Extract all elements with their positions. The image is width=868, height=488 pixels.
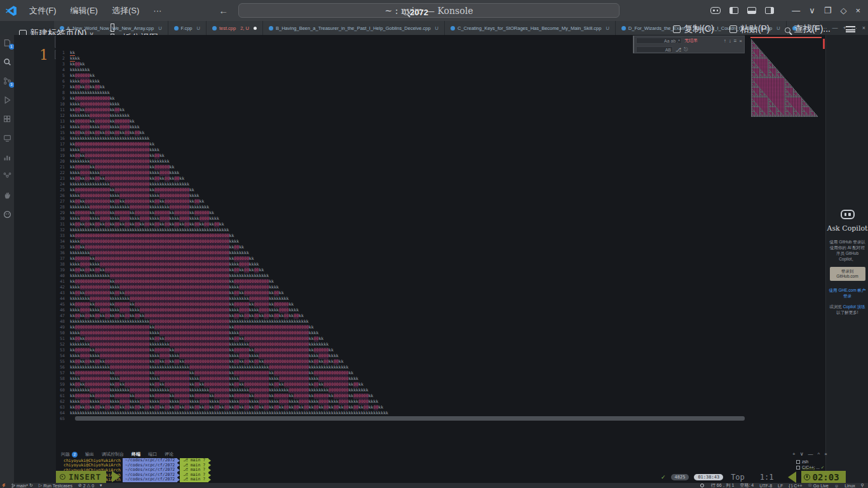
cursor-position-item[interactable]: 行 66，列 1 <box>711 482 735 488</box>
horizontal-scrollbar[interactable] <box>75 416 745 421</box>
git-branch-item[interactable]: main* ↻ <box>11 483 33 488</box>
editor-token: 00 <box>219 365 224 370</box>
replace-input[interactable]: AB <box>636 46 673 53</box>
hand-tool-icon[interactable] <box>3 191 11 200</box>
terminal-list-item[interactable]: zsh <box>796 459 824 464</box>
eol-item[interactable]: LF <box>778 484 783 488</box>
ports-icon[interactable] <box>3 172 11 180</box>
editor-tab[interactable]: test.cpp2, U <box>207 21 263 35</box>
find-button[interactable]: 查找(F)... <box>785 24 831 35</box>
find-input[interactable]: Aa ab .* <box>636 37 682 44</box>
walkthrough-link[interactable]: Copilot 演练 <box>843 304 865 309</box>
maximize-diamond-icon[interactable]: ◇ <box>840 6 846 15</box>
editor-token: kk <box>119 313 125 319</box>
panel-tab-调试控制台[interactable]: 调试控制台 <box>102 451 124 458</box>
editor-token: 00 <box>323 348 329 353</box>
panel-tab-问题[interactable]: 问题2 <box>61 451 78 458</box>
editor-token: 00 <box>105 107 110 113</box>
replace-all-icon[interactable]: ⎋ <box>684 46 688 53</box>
editor-token: 00 <box>179 382 184 388</box>
run-testcases-item[interactable]: ▷Run Testcases <box>39 483 72 488</box>
minimize-button[interactable]: — <box>792 6 800 15</box>
editor-tab[interactable]: B_Having_Been_a_Treasurer_in_the_Past_I_… <box>263 21 445 35</box>
remote-indicator-icon[interactable] <box>2 484 6 488</box>
editor-token: 00 <box>214 365 219 370</box>
ghe-signin-link[interactable]: 使用 GHE.com 帐户登录 <box>826 287 868 299</box>
close-panel-icon[interactable]: × <box>824 451 827 457</box>
bell-icon[interactable]: ⚲ <box>861 483 864 488</box>
next-match-icon[interactable]: ↓ <box>729 38 731 44</box>
editor-token: 00 <box>209 348 214 353</box>
editor-token: 00 <box>264 336 269 342</box>
copy-button[interactable]: 复制(C) <box>673 24 714 35</box>
explorer-icon[interactable]: 1 <box>3 39 11 47</box>
encoding-item[interactable]: UTF-8 <box>759 484 772 488</box>
indentation-item[interactable]: 空格: 4 <box>740 482 754 488</box>
remote-explorer-icon[interactable] <box>3 134 11 142</box>
line-number: 19 <box>56 153 70 159</box>
editor-token: kk <box>80 313 85 319</box>
paste-button[interactable]: 粘贴(P) <box>729 24 770 35</box>
close-button[interactable]: × <box>855 6 860 15</box>
editor-token: kk <box>318 388 323 393</box>
panel-tab-输出[interactable]: 输出 <box>85 451 94 458</box>
source-control-icon[interactable]: 3 <box>3 77 11 85</box>
run-debug-icon[interactable] <box>3 96 11 104</box>
editor-token: 00 <box>323 353 329 359</box>
editor-token: kk <box>80 67 85 73</box>
copilot-status-icon[interactable]: ☺ <box>834 484 839 488</box>
command-center[interactable]: ~ : nvim — Konsole 2072 <box>238 3 620 18</box>
editor-token: kk <box>100 273 105 279</box>
editor-tab[interactable]: F.cppU <box>168 21 207 35</box>
editor-line: 35kk 00 kk 00 00 00 00 00 00 00 00 00 00… <box>56 245 388 250</box>
panel-tab-终端[interactable]: 终端 <box>132 451 140 458</box>
hamburger-menu-icon[interactable] <box>846 26 855 32</box>
minimap[interactable] <box>750 39 822 119</box>
editor-tab[interactable]: C_Creating_Keys_for_StORages_Has_Become_… <box>445 21 616 35</box>
zoom-icon[interactable] <box>700 484 704 487</box>
prev-match-icon[interactable]: ↑ <box>724 38 726 44</box>
extensions-icon[interactable] <box>3 115 11 123</box>
editor-token: 00 <box>105 159 110 165</box>
test-beaker-icon[interactable]: ▾ <box>100 483 102 488</box>
chevron-down-icon[interactable]: ∨ <box>809 6 815 15</box>
copilot-icon[interactable] <box>710 7 721 14</box>
language-item[interactable]: { }C++ <box>789 484 802 488</box>
remote-os-item[interactable]: Linux <box>844 484 855 488</box>
menu-more[interactable]: ··· <box>146 6 168 15</box>
editor-token: kk <box>159 388 165 393</box>
editor-token: kk <box>149 388 154 393</box>
new-terminal-icon[interactable]: + <box>792 451 796 457</box>
menu-file[interactable]: 文件(F) <box>22 5 64 17</box>
layout-panel-icon[interactable] <box>747 7 756 14</box>
menu-edit[interactable]: 编辑(E) <box>64 5 105 17</box>
panel-tab-端口[interactable]: 端口 <box>148 451 157 458</box>
close-group-icon[interactable]: × <box>862 25 865 31</box>
editor-token: 00 <box>249 330 254 336</box>
go-live-item[interactable]: ☉Go Live <box>808 483 829 488</box>
chevron-down-icon[interactable]: ∨ <box>800 451 804 457</box>
editor-line: 22kk kk 00 00 kk kk 00 00 00 00 00 00 00… <box>56 170 388 176</box>
nvim-buffer[interactable]: 1kk2kk kk3kk 00 kk4kk kk kk kk5kk 00 00 … <box>56 35 825 451</box>
editor-token: 00 <box>144 205 149 210</box>
menu-selection[interactable]: 选择(S) <box>105 5 146 17</box>
editor-token: 00 <box>85 308 90 313</box>
chart-view-icon[interactable] <box>3 153 11 161</box>
panel-tab-评论[interactable]: 评论 <box>165 451 173 458</box>
github-icon[interactable] <box>3 210 11 219</box>
search-view-icon[interactable] <box>3 58 11 66</box>
editor-token: 00 <box>105 142 110 147</box>
editor-token: kk <box>135 319 140 325</box>
layout-sidebar-icon[interactable] <box>729 7 738 14</box>
layout-secondary-icon[interactable] <box>765 7 774 14</box>
replace-one-icon[interactable]: ⎇ <box>675 47 681 53</box>
problems-item[interactable]: ⊘2 △0 <box>78 483 94 488</box>
nav-back-icon[interactable]: ← <box>213 5 234 16</box>
editor-token: 00 <box>170 245 175 250</box>
find-in-selection-icon[interactable]: ≡ <box>734 38 737 44</box>
close-icon[interactable]: × <box>739 38 742 44</box>
github-signin-button[interactable]: 登录到 GitHub.com <box>830 267 865 281</box>
maximize-panel-icon[interactable]: ^ <box>818 451 820 457</box>
editor-token: kk <box>174 182 179 187</box>
restore-button[interactable]: ❐ <box>824 6 832 15</box>
